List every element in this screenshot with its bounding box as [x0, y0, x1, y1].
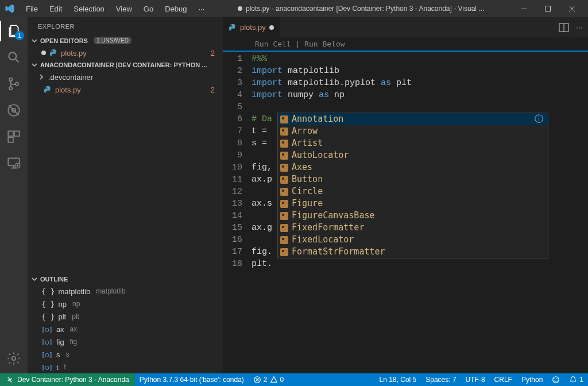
svg-point-13 [12, 357, 16, 361]
notifications-icon[interactable]: 1 [564, 373, 588, 386]
code-editor[interactable]: 123456789101112131415161718 #%%import ma… [223, 52, 588, 270]
suggestion-item[interactable]: FixedFormatter [278, 222, 548, 234]
symbol-class-icon [280, 152, 288, 160]
chevron-down-icon [31, 37, 38, 44]
menu-selection[interactable]: Selection [68, 2, 109, 16]
svg-rect-0 [521, 9, 527, 9]
suggestion-label: FixedLocator [292, 234, 354, 246]
tab-plots-py[interactable]: plots.py [223, 17, 280, 37]
run-cell-link[interactable]: Run Cell [255, 40, 291, 48]
menu-edit[interactable]: Edit [44, 2, 67, 16]
maximize-button[interactable] [536, 1, 559, 16]
code-line[interactable]: import numpy as np [252, 89, 588, 101]
menu-view[interactable]: View [111, 2, 137, 16]
svg-point-17 [555, 379, 555, 379]
file-item[interactable]: plots.py 2 [28, 83, 223, 96]
variable-icon: [◯] [41, 326, 53, 333]
indentation[interactable]: Spaces: 7 [421, 373, 461, 386]
source-control-icon[interactable] [6, 76, 22, 92]
code-line[interactable]: import matplotlib [252, 65, 588, 77]
outline-sub: s [65, 350, 69, 358]
suggestion-label: Annotation [292, 113, 343, 125]
error-count: 2 [211, 49, 215, 57]
outline-name: fig [56, 338, 64, 346]
suggestion-label: FormatStrFormatter [292, 246, 385, 258]
more-actions-icon[interactable]: ··· [576, 23, 582, 32]
encoding[interactable]: UTF-8 [461, 373, 490, 386]
suggestion-item[interactable]: FormatStrFormatter [278, 246, 548, 258]
suggestion-item[interactable]: Button [278, 173, 548, 186]
suggestion-item[interactable]: FigureCanvasBase [278, 210, 548, 222]
suggestion-item[interactable]: Figure [278, 198, 548, 210]
menu-overflow[interactable]: ··· [193, 2, 210, 16]
outline-item[interactable]: { }matplotlibmatplotlib [28, 285, 223, 298]
suggestion-item[interactable]: Artist [278, 137, 548, 149]
menu-file[interactable]: File [21, 2, 43, 16]
debug-icon[interactable] [6, 102, 22, 118]
outline-item[interactable]: { }npnp [28, 298, 223, 310]
eol[interactable]: CRLF [490, 373, 517, 386]
variable-icon: [◯] [41, 338, 53, 346]
suggestion-item[interactable]: AutoLocator [278, 149, 548, 161]
settings-gear-icon[interactable] [6, 350, 22, 366]
remote-indicator[interactable]: Dev Container: Python 3 - Anaconda [0, 373, 135, 386]
explorer-badge: 1 [15, 31, 24, 40]
run-below-link[interactable]: Run Below [304, 40, 345, 48]
window-controls [512, 1, 583, 16]
code-lens: Run Cell | Run Below [223, 37, 588, 52]
code-line[interactable] [252, 101, 588, 113]
suggestion-item[interactable]: Annotationⓘ [278, 113, 548, 125]
outline-item[interactable]: [◯]tt [28, 361, 223, 373]
suggestion-label: Button [292, 173, 323, 186]
workspace-header[interactable]: ANACONDACONTAINER [DEV CONTAINER: PYTHON… [28, 59, 223, 71]
error-count: 2 [211, 86, 215, 94]
symbol-class-icon [280, 140, 288, 148]
suggestion-item[interactable]: Axes [278, 161, 548, 173]
outline-item[interactable]: [◯]ss [28, 348, 223, 361]
svg-point-18 [556, 379, 557, 379]
window-title: plots.py - anacondacontainer [Dev Contai… [210, 5, 512, 13]
feedback-icon[interactable] [547, 373, 564, 386]
problems-indicator[interactable]: 2 0 [249, 373, 288, 386]
open-editor-item[interactable]: plots.py 2 [28, 47, 223, 59]
cursor-position[interactable]: Ln 18, Col 5 [375, 373, 421, 386]
chevron-down-icon [31, 276, 38, 283]
outline-item[interactable]: [◯]figfig [28, 335, 223, 348]
code-line[interactable]: import matplotlib.pyplot as plt [252, 77, 588, 89]
explorer-icon[interactable]: 1 [6, 23, 22, 39]
folder-item[interactable]: .devcontainer [28, 71, 223, 83]
menu-debug[interactable]: Debug [160, 2, 192, 16]
open-editors-header[interactable]: OPEN EDITORS 1 UNSAVED [28, 34, 223, 47]
remote-explorer-icon[interactable] [6, 155, 22, 171]
outline-header[interactable]: OUTLINE [28, 273, 223, 285]
minimize-button[interactable] [512, 1, 535, 16]
variable-icon: [◯] [41, 364, 53, 371]
python-interpreter[interactable]: Python 3.7.3 64-bit ('base': conda) [135, 373, 249, 386]
svg-point-2 [9, 52, 16, 60]
symbol-class-icon [280, 176, 288, 184]
symbol-class-icon [280, 236, 288, 244]
code-line[interactable]: plt. [252, 258, 588, 270]
outline-item[interactable]: [◯]axax [28, 323, 223, 335]
suggestion-label: Artist [292, 137, 323, 149]
suggestion-item[interactable]: FixedLocator [278, 234, 548, 246]
outline-name: np [58, 300, 66, 308]
autocomplete-popup[interactable]: AnnotationⓘArrowArtistAutoLocatorAxesBut… [277, 113, 548, 258]
symbol-class-icon [280, 128, 288, 136]
search-icon[interactable] [6, 49, 22, 65]
suggestion-item[interactable]: Circle [278, 186, 548, 198]
close-button[interactable] [560, 1, 583, 16]
code-line[interactable]: #%% [252, 53, 588, 65]
svg-point-3 [9, 78, 12, 81]
symbol-class-icon [280, 115, 288, 123]
extensions-icon[interactable] [6, 129, 22, 145]
outline-item[interactable]: { }pltplt [28, 310, 223, 323]
menu-go[interactable]: Go [138, 2, 158, 16]
info-icon[interactable]: ⓘ [535, 113, 543, 125]
title-bar: File Edit Selection View Go Debug ··· pl… [0, 0, 588, 17]
split-editor-icon[interactable] [559, 22, 569, 33]
language-mode[interactable]: Python [517, 373, 547, 386]
svg-rect-9 [14, 131, 20, 136]
suggestion-item[interactable]: Arrow [278, 125, 548, 137]
variable-icon: [◯] [41, 351, 53, 358]
